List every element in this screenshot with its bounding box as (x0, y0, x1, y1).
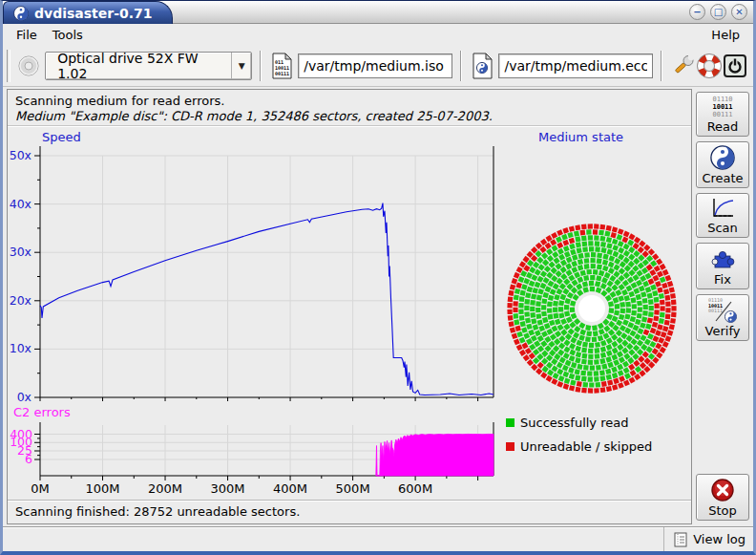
svg-text:20x: 20x (10, 293, 32, 308)
read-binary-icon: 01110 10011 00111 (712, 96, 732, 118)
dvdisaster-logo-icon (13, 6, 29, 21)
scan-button[interactable]: Scan (696, 193, 749, 238)
svg-text:0M: 0M (31, 481, 50, 496)
stop-button[interactable]: Stop (696, 474, 749, 521)
quit-power-button[interactable] (723, 52, 747, 80)
minimize-button[interactable]: − (689, 4, 705, 20)
action-sidebar: 01110 10011 00111 Read Create (692, 89, 753, 524)
toolbar-separator (661, 51, 662, 81)
charts-area: SpeedC2 errorsMedium state0x10x20x30x40x… (8, 126, 691, 500)
title-bar[interactable]: dvdisaster-0.71 − □ ✕ (3, 1, 753, 24)
toolbar: Optical drive 52X FW 1.02 ▼ 011 10011 00… (3, 45, 753, 87)
stop-icon (710, 478, 735, 502)
svg-text:600M: 600M (398, 481, 432, 496)
log-icon (674, 532, 688, 547)
svg-text:0x: 0x (17, 390, 32, 404)
svg-text:10x: 10x (10, 341, 32, 355)
app-window: dvdisaster-0.71 − □ ✕ File Tools Help Op… (0, 0, 756, 555)
svg-text:30x: 30x (10, 245, 32, 259)
verify-button[interactable]: 01110 10011 00111 Verify (696, 294, 749, 341)
read-button[interactable]: 01110 10011 00111 Read (696, 92, 749, 137)
maximize-button[interactable]: □ (710, 4, 726, 20)
title-tab[interactable]: dvdisaster-0.71 (3, 1, 173, 24)
medium-info-text: Medium "Example disc": CD-R mode 1, 3524… (15, 109, 683, 123)
scan-chart-icon (710, 197, 735, 220)
verify-icon: 01110 10011 00111 (708, 298, 737, 323)
svg-text:Unreadable / skipped: Unreadable / skipped (520, 439, 652, 454)
svg-text:400M: 400M (273, 481, 307, 496)
menu-help[interactable]: Help (704, 26, 747, 44)
iso-image-input[interactable] (298, 53, 452, 78)
optical-disc-icon (16, 52, 41, 80)
menu-bar: File Tools Help (3, 24, 753, 45)
drive-selector-value: Optical drive 52X FW 1.02 (46, 53, 231, 79)
charts-canvas: SpeedC2 errorsMedium state0x10x20x30x40x… (8, 126, 687, 497)
lifesaver-help-icon[interactable] (696, 52, 723, 80)
svg-text:Successfully read: Successfully read (520, 416, 628, 430)
drive-selector[interactable]: Optical drive 52X FW 1.02 ▼ (45, 52, 252, 80)
svg-text:Medium state: Medium state (538, 130, 623, 144)
ecc-file-icon (470, 52, 494, 80)
content-area: Scanning medium for read errors. Medium … (3, 87, 753, 526)
status-bar: View log (3, 526, 753, 551)
toolbar-separator (260, 51, 262, 81)
status-header: Scanning medium for read errors. Medium … (8, 90, 691, 126)
svg-text:00111: 00111 (275, 71, 289, 76)
view-log-label: View log (693, 532, 746, 546)
fix-button[interactable]: Fix (696, 243, 749, 289)
menu-tools[interactable]: Tools (45, 26, 91, 44)
svg-text:Speed: Speed (42, 130, 81, 144)
svg-text:50x: 50x (10, 148, 32, 162)
svg-text:400: 400 (10, 427, 32, 441)
svg-text:300M: 300M (211, 481, 245, 496)
yin-yang-icon (710, 145, 735, 170)
create-button[interactable]: Create (696, 141, 749, 188)
power-icon (724, 54, 746, 77)
svg-text:100M: 100M (86, 481, 120, 496)
svg-text:500M: 500M (336, 481, 370, 496)
close-button[interactable]: ✕ (731, 4, 747, 20)
scan-result-text: Scanning finished: 28752 unreadable sect… (8, 500, 691, 523)
puzzle-piece-icon (710, 246, 735, 271)
chevron-down-icon[interactable]: ▼ (231, 53, 251, 79)
ecc-file-input[interactable] (498, 53, 653, 78)
preferences-wrench-icon[interactable] (670, 52, 695, 80)
action-status-text: Scanning medium for read errors. (15, 94, 683, 108)
svg-text:40x: 40x (10, 197, 32, 211)
menu-file[interactable]: File (9, 26, 45, 44)
svg-text:200M: 200M (148, 481, 182, 496)
iso-file-icon: 011 10011 00111 (269, 52, 294, 80)
window-title: dvdisaster-0.71 (34, 6, 153, 21)
svg-text:C2 errors: C2 errors (13, 405, 71, 419)
view-log-button[interactable]: View log (663, 527, 746, 551)
main-panel: Scanning medium for read errors. Medium … (7, 89, 692, 524)
toolbar-grip[interactable] (7, 50, 10, 82)
toolbar-separator (460, 51, 462, 81)
